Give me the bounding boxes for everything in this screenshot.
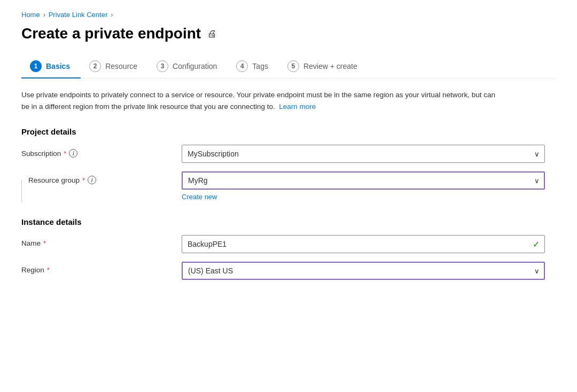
tab-configuration-label: Configuration bbox=[173, 62, 217, 70]
region-label: Region * bbox=[21, 266, 182, 274]
subscription-select-wrapper: MySubscription ∨ bbox=[182, 145, 545, 163]
name-input[interactable] bbox=[182, 235, 545, 253]
region-input-col: (US) East US ∨ bbox=[182, 262, 545, 280]
name-label: Name * bbox=[21, 239, 182, 247]
print-icon[interactable]: 🖨 bbox=[207, 28, 217, 40]
indent-line: Resource group * i bbox=[21, 176, 182, 202]
subscription-required: * bbox=[64, 150, 66, 158]
subscription-row: Subscription * i MySubscription ∨ bbox=[21, 145, 556, 163]
region-required: * bbox=[47, 266, 50, 274]
breadcrumb: Home › Private Link Center › bbox=[21, 11, 556, 19]
resource-group-info-icon[interactable]: i bbox=[88, 176, 96, 184]
vertical-connector bbox=[21, 180, 22, 202]
name-input-wrapper: ✓ bbox=[182, 235, 545, 253]
resource-group-required: * bbox=[82, 176, 85, 184]
breadcrumb-private-link-center[interactable]: Private Link Center bbox=[49, 11, 108, 19]
tab-review-create[interactable]: 5 Review + create bbox=[279, 55, 368, 79]
name-input-col: ✓ bbox=[182, 235, 545, 253]
tabs-container: 1 Basics 2 Resource 3 Configuration 4 Ta… bbox=[21, 55, 556, 79]
name-row: Name * ✓ bbox=[21, 235, 556, 253]
resource-group-label: Resource group * i bbox=[28, 176, 96, 184]
tab-resource-step: 2 bbox=[89, 60, 101, 72]
subscription-input-col: MySubscription ∨ bbox=[182, 145, 545, 163]
tab-resource[interactable]: 2 Resource bbox=[81, 55, 148, 79]
region-row: Region * (US) East US ∨ bbox=[21, 262, 556, 280]
tab-tags-step: 4 bbox=[236, 60, 248, 72]
breadcrumb-home[interactable]: Home bbox=[21, 11, 40, 19]
tab-basics-step: 1 bbox=[30, 60, 42, 72]
create-new-link[interactable]: Create new bbox=[182, 193, 217, 201]
breadcrumb-separator-2: › bbox=[111, 11, 113, 19]
subscription-label: Subscription * i bbox=[21, 149, 182, 158]
learn-more-link[interactable]: Learn more bbox=[279, 103, 316, 111]
project-details-section: Project details Subscription * i MySubsc… bbox=[21, 127, 556, 202]
resource-group-select[interactable]: MyRg bbox=[182, 171, 545, 190]
project-details-title: Project details bbox=[21, 127, 556, 136]
tab-configuration[interactable]: 3 Configuration bbox=[148, 55, 228, 79]
page-title: Create a private endpoint bbox=[21, 25, 201, 42]
instance-details-title: Instance details bbox=[21, 217, 556, 226]
tab-basics-label: Basics bbox=[46, 62, 70, 70]
tab-basics[interactable]: 1 Basics bbox=[21, 55, 81, 79]
tab-configuration-step: 3 bbox=[157, 60, 168, 72]
tab-review-create-step: 5 bbox=[287, 60, 299, 72]
tab-resource-label: Resource bbox=[105, 62, 137, 70]
breadcrumb-separator-1: › bbox=[43, 11, 45, 19]
resource-group-select-wrapper: MyRg ∨ bbox=[182, 171, 545, 190]
name-required: * bbox=[43, 239, 46, 247]
instance-details-section: Instance details Name * ✓ Region * bbox=[21, 217, 556, 280]
subscription-info-icon[interactable]: i bbox=[69, 149, 77, 158]
tab-review-create-label: Review + create bbox=[303, 62, 357, 70]
region-select[interactable]: (US) East US bbox=[182, 262, 545, 280]
resource-group-input-col: MyRg ∨ Create new bbox=[182, 171, 545, 201]
name-valid-icon: ✓ bbox=[533, 239, 540, 249]
tab-tags[interactable]: 4 Tags bbox=[228, 55, 279, 79]
page-title-row: Create a private endpoint 🖨 bbox=[21, 25, 556, 42]
tab-tags-label: Tags bbox=[252, 62, 268, 70]
region-select-wrapper: (US) East US ∨ bbox=[182, 262, 545, 280]
resource-group-row: Resource group * i MyRg ∨ Create new bbox=[21, 171, 556, 202]
subscription-select[interactable]: MySubscription bbox=[182, 145, 545, 163]
description-text: Use private endpoints to privately conne… bbox=[21, 89, 502, 112]
